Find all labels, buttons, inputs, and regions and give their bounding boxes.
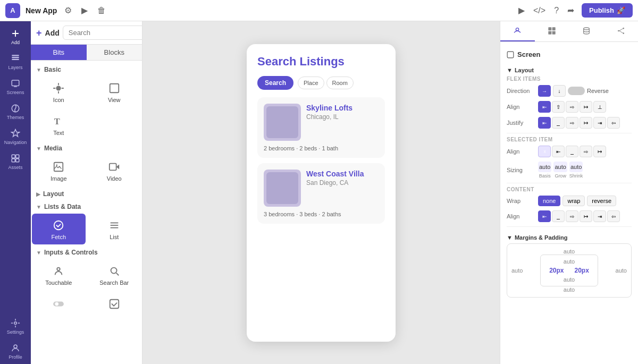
component-list[interactable]: List [88, 214, 141, 244]
sidebar-item-add[interactable]: Add [0, 24, 31, 49]
align-start-btn[interactable]: ⇤ [538, 101, 551, 113]
dir-col-btn[interactable]: ↓ [553, 85, 566, 97]
margin-right[interactable]: auto [616, 267, 627, 274]
padding-left[interactable]: 20px [549, 267, 564, 274]
padding-bottom[interactable]: auto [564, 276, 575, 283]
wrap-none-btn[interactable]: none [538, 196, 560, 206]
sidebar-item-assets[interactable]: Assets [0, 149, 31, 174]
align-end-btn[interactable]: ⇨ [566, 101, 578, 113]
sel-align-auto-btn[interactable]: ☓ [538, 146, 551, 157]
sidebar-item-navigation[interactable]: Navigation [0, 124, 31, 149]
svg-text:T: T [54, 116, 60, 126]
sel-align-stretch-btn[interactable]: ↦ [593, 146, 606, 157]
listing-name-1: West Coast Villa [306, 170, 379, 178]
wrap-reverse-btn[interactable]: reverse [587, 196, 616, 206]
sidebar-item-themes[interactable]: Themes [0, 99, 31, 124]
component-toggle[interactable] [32, 292, 86, 315]
shrink-value[interactable]: auto [569, 162, 583, 172]
listing-card-0[interactable]: Skyline Lofts Chicago, IL 2 bedrooms · 2… [257, 97, 385, 158]
right-tab-grid[interactable] [535, 21, 569, 41]
justify-evenly-btn[interactable]: ⇦ [607, 117, 620, 129]
svg-rect-7 [16, 155, 19, 158]
align-stretch-btn[interactable]: ↦ [580, 101, 592, 113]
component-icon[interactable]: Icon [32, 77, 86, 107]
code-btn[interactable]: </> [531, 4, 548, 18]
category-layout[interactable]: ▶ Layout [31, 187, 142, 200]
ca-end-btn[interactable]: ⇨ [566, 210, 578, 222]
category-inputs[interactable]: ▼ Inputs & Controls [31, 246, 142, 258]
search-tab[interactable]: Search [257, 76, 293, 90]
sel-align-end-btn[interactable]: ⇨ [580, 146, 592, 157]
ca-center-btn[interactable]: ⎯ [552, 210, 565, 222]
sel-align-start-btn[interactable]: ⇤ [552, 146, 565, 157]
ca-between-btn[interactable]: ↦ [580, 210, 592, 222]
margins-arrow-icon: ▼ [507, 234, 513, 241]
justify-center-btn[interactable]: ⎯ [552, 117, 565, 129]
settings-icon-btn[interactable]: ⚙ [62, 3, 74, 18]
wrap-wrap-btn[interactable]: wrap [563, 196, 585, 206]
component-fetch[interactable]: Fetch [32, 214, 86, 244]
category-media[interactable]: ▼ Media [31, 141, 142, 154]
category-lists[interactable]: ▼ Lists & Data [31, 200, 142, 213]
filter-place[interactable]: Place [298, 77, 324, 89]
justify-around-btn[interactable]: ⇥ [593, 117, 606, 129]
dir-row-btn[interactable]: → [538, 85, 551, 97]
share-btn[interactable]: ➦ [565, 3, 576, 18]
ca-around-btn[interactable]: ⇥ [593, 210, 606, 222]
justify-start-btn[interactable]: ⇤ [538, 117, 551, 129]
margin-bottom[interactable]: auto [511, 286, 627, 293]
search-input[interactable] [63, 26, 142, 40]
help-btn[interactable]: ? [552, 4, 561, 18]
blocks-tab[interactable]: Blocks [87, 45, 142, 60]
play-btn[interactable]: ▶ [516, 3, 527, 18]
component-view[interactable]: View [88, 77, 141, 107]
right-tab-database[interactable] [569, 21, 604, 41]
selected-align-label: Align [507, 148, 536, 155]
component-video[interactable]: Video [88, 155, 141, 186]
right-top-tabs [500, 21, 638, 42]
grow-value[interactable]: auto [553, 162, 567, 172]
app-name: New App [26, 6, 57, 15]
basic-grid: Icon View T Text [31, 75, 142, 141]
right-tab-connect[interactable] [603, 21, 638, 41]
layout-section[interactable]: ▼ Layout [507, 63, 632, 76]
ca-start-btn[interactable]: ⇤ [538, 210, 551, 222]
monitor-icon-btn[interactable]: ▶ [79, 3, 90, 18]
filter-room[interactable]: Room [326, 77, 354, 89]
justify-end-btn[interactable]: ⇨ [566, 117, 578, 129]
margin-left[interactable]: auto [511, 267, 523, 274]
publish-button[interactable]: Publish 🚀 [582, 3, 633, 18]
padding-top[interactable]: auto [564, 258, 575, 265]
sidebar-item-screens[interactable]: Screens [0, 74, 31, 99]
components-list: ▼ Basic Icon View T [31, 61, 142, 364]
margin-top[interactable]: auto [511, 248, 627, 255]
component-checkbox[interactable] [88, 292, 141, 315]
sidebar-item-layers[interactable]: Layers [0, 49, 31, 74]
add-label: Add [45, 29, 60, 37]
padding-right[interactable]: 20px [575, 267, 589, 274]
direction-row: Direction → ↓ Reverse [507, 85, 632, 97]
align-center-btn[interactable]: ⇧ [552, 101, 565, 113]
component-image[interactable]: Image [32, 155, 86, 186]
sidebar-item-profile[interactable]: Profile [0, 339, 31, 364]
screen-content: Search Listings Search Place Room Skyl [247, 44, 396, 342]
margins-section[interactable]: ▼ Margins & Padding [507, 230, 632, 243]
delete-icon-btn[interactable]: 🗑 [95, 4, 108, 18]
add-plus-icon[interactable]: + [36, 28, 42, 38]
justify-between-btn[interactable]: ↦ [580, 117, 592, 129]
align-baseline-btn[interactable]: ⊥ [593, 101, 606, 113]
sidebar-item-settings[interactable]: Settings [0, 314, 31, 339]
right-tab-paint[interactable] [500, 21, 535, 41]
component-searchbar[interactable]: Search Bar [88, 259, 141, 290]
category-basic[interactable]: ▼ Basic [31, 63, 142, 75]
lists-arrow-icon: ▼ [36, 204, 41, 210]
reverse-toggle[interactable] [568, 87, 585, 95]
sel-align-center-btn[interactable]: ⎯ [566, 146, 578, 157]
component-touchable[interactable]: Touchable [32, 259, 86, 290]
padding-lr: 20px 20px [549, 267, 589, 274]
ca-evenly-btn[interactable]: ⇦ [607, 210, 620, 222]
basis-value[interactable]: auto [538, 162, 551, 172]
component-text[interactable]: T Text [32, 109, 86, 140]
bits-tab[interactable]: Bits [31, 45, 87, 60]
listing-card-1[interactable]: West Coast Villa San Diego, CA 3 bedroom… [257, 163, 385, 224]
